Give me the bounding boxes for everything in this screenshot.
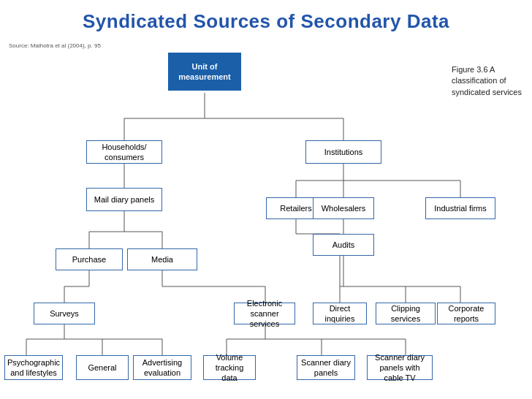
- node-volume-tracking: Volume tracking data: [203, 355, 256, 380]
- node-clipping: Clipping services: [376, 303, 436, 324]
- node-audits: Audits: [313, 234, 374, 256]
- node-wholesalers: Wholesalers: [313, 197, 374, 219]
- node-direct-inquiries: Direct inquiries: [313, 303, 367, 324]
- node-electronic-scanner: Electronic scanner services: [234, 303, 295, 324]
- node-corporate: Corporate reports: [437, 303, 495, 324]
- node-mail-diary: Mail diary panels: [86, 188, 162, 211]
- node-root: Unit of measurement: [168, 53, 241, 91]
- node-industrial: Industrial firms: [425, 197, 495, 219]
- node-purchase: Purchase: [56, 248, 123, 270]
- node-scanner-diary-panels: Scanner diary panels: [297, 355, 355, 380]
- node-psychographic: Psychographic and lifestyles: [4, 355, 63, 380]
- node-general: General: [76, 355, 129, 380]
- page-title: Syndicated Sources of Secondary Data: [0, 0, 532, 33]
- node-institutions: Institutions: [305, 140, 381, 164]
- node-households: Households/ consumers: [86, 140, 162, 164]
- node-advertising: Advertising evaluation: [133, 355, 191, 380]
- node-scanner-diary-cable: Scanner diary panels with cable TV: [367, 355, 433, 380]
- chart: Unit of measurement Households/ consumer…: [0, 45, 532, 396]
- node-surveys: Surveys: [34, 303, 95, 324]
- chart-lines: [0, 45, 532, 396]
- node-media: Media: [127, 248, 197, 270]
